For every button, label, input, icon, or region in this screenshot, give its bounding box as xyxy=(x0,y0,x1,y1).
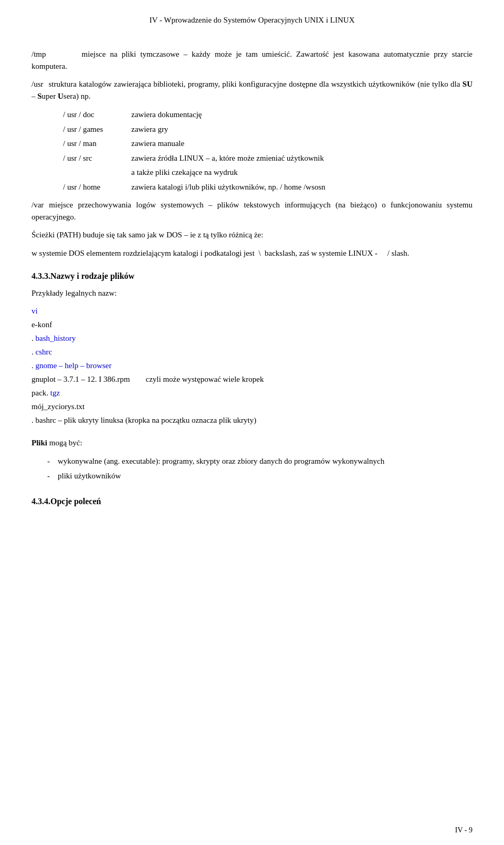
usr-src-desc: zawiera źródła LINUX – a, które może zmi… xyxy=(131,152,472,165)
example-bash-history: . bash_history xyxy=(32,332,472,345)
table-row: / usr / doc zawiera dokumentację xyxy=(63,108,472,122)
example-gnuplot: gnuplot – 3.7.1 – 12. I 386.rpm czyli mo… xyxy=(32,373,472,385)
dot-prefix-bash: . xyxy=(32,334,34,342)
pliki-heading: Pliki xyxy=(32,439,47,447)
usr-src-label: / usr / src xyxy=(63,152,131,165)
usr-games-desc: zawiera gry xyxy=(131,123,472,137)
page-number: IV - 9 xyxy=(455,826,472,834)
usr-src-sub-text: a także pliki czekające na wydruk xyxy=(131,168,238,176)
su-text: SU xyxy=(463,80,472,88)
example-vi: vi xyxy=(32,305,472,317)
section-433-title: 4.3.3.Nazwy i rodzaje plików xyxy=(32,272,134,280)
cshrc-link[interactable]: cshrc xyxy=(36,348,52,356)
table-row: / usr / src zawiera źródła LINUX – a, kt… xyxy=(63,152,472,165)
header-title: IV - Wprowadzenie do Systemów Operacyjny… xyxy=(149,16,354,24)
example-moj: mój_zyciorys.txt xyxy=(32,400,472,413)
path-paragraph-2: w systemie DOS elementem rozdzielającym … xyxy=(32,247,472,259)
section-433-heading: 4.3.3.Nazwy i rodzaje plików xyxy=(32,272,472,281)
pliki-list: wykonywalne (ang. executable): programy,… xyxy=(47,455,472,482)
gnuplot-desc: czyli może występować wiele kropek xyxy=(146,373,264,385)
pliki-item-1: wykonywalne (ang. executable): programy,… xyxy=(58,457,384,465)
usr-label: /usr xyxy=(32,80,44,88)
usr-doc-desc: zawiera dokumentację xyxy=(131,108,472,122)
tmp-paragraph: /tmp miejsce na pliki tymczasowe – każdy… xyxy=(32,48,472,72)
usr-home-label: / usr / home xyxy=(63,181,131,194)
page-header: IV - Wprowadzenie do Systemów Operacyjny… xyxy=(32,11,472,38)
table-row: / usr / home zawiera katalogi i/lub plik… xyxy=(63,181,472,194)
section-434-heading: 4.3.4.Opcje poleceń xyxy=(32,497,472,506)
gnuplot-suffix: – 3.7.1 – 12. I 386.rpm xyxy=(56,373,130,385)
tgz-link[interactable]: tgz xyxy=(50,387,60,399)
example-bashrc: . bashrc – plik ukryty linuksa (kropka n… xyxy=(32,414,472,426)
usr-man-desc: zawiera manuale xyxy=(131,137,472,151)
page-footer: IV - 9 xyxy=(455,826,472,834)
pack-prefix: pack xyxy=(32,387,46,399)
gnuplot-prefix: gnuplot xyxy=(32,373,56,385)
section-434-title: 4.3.4.Opcje poleceń xyxy=(32,497,101,506)
table-row: / usr / games zawiera gry xyxy=(63,123,472,137)
list-item: wykonywalne (ang. executable): programy,… xyxy=(47,455,472,467)
bash-history-link[interactable]: bash_history xyxy=(36,334,76,342)
list-item: pliki użytkowników xyxy=(47,470,472,482)
usera-text: U xyxy=(58,92,64,100)
usr-subdirectory-table: / usr / doc zawiera dokumentację / usr /… xyxy=(63,108,472,194)
usr-paragraph: /usrstruktura katalogów zawierająca bibl… xyxy=(32,78,472,102)
var-paragraph: /varmiejsce przechowywania logów systemo… xyxy=(32,199,472,223)
bashrc-desc: – plik ukryty linuksa (kropka na początk… xyxy=(58,416,256,424)
usr-home-desc: zawiera katalogi i/lub pliki użytkownikó… xyxy=(131,181,472,194)
super-text: S xyxy=(37,92,41,100)
pliki-item-2: pliki użytkowników xyxy=(58,472,121,480)
dot-prefix-cshrc: . xyxy=(32,348,34,356)
example-ekonf: e-konf xyxy=(32,318,472,331)
pack-dot: . xyxy=(46,387,48,399)
var-description: miejsce przechowywania logów systemowych… xyxy=(32,201,472,221)
usr-games-label: / usr / games xyxy=(63,123,131,137)
usr-description: struktura katalogów zawierająca bibliote… xyxy=(32,80,472,100)
example-cshrc: . cshrc xyxy=(32,346,472,358)
example-pack: pack. tgz xyxy=(32,387,472,399)
tmp-description: miejsce na pliki tymczasowe – każdy może… xyxy=(32,50,472,70)
pliki-intro: Pliki mogą być: xyxy=(32,437,472,449)
dot-prefix-gnome: . xyxy=(32,361,34,370)
path-paragraph-1: Ścieżki (PATH) buduje się tak samo jak w… xyxy=(32,229,472,241)
example-gnome-help-browser: . gnome – help – browser xyxy=(32,359,472,372)
dot-prefix-bashrc: . xyxy=(32,416,34,424)
usr-man-label: / usr / man xyxy=(63,137,131,151)
pliki-section: Pliki mogą być: wykonywalne (ang. execut… xyxy=(32,437,472,483)
usr-src-sub: a także pliki czekające na wydruk xyxy=(131,166,472,180)
gnuplot-spacer xyxy=(130,373,146,385)
vi-link[interactable]: vi xyxy=(32,307,38,315)
bashrc-name: bashrc xyxy=(36,416,56,424)
examples-label: Przykłady legalnych nazw: xyxy=(32,287,472,299)
usr-doc-label: / usr / doc xyxy=(63,108,131,122)
var-label: /var xyxy=(32,201,44,209)
gnome-help-browser-link[interactable]: gnome – help – browser xyxy=(36,361,112,370)
table-row: / usr / man zawiera manuale xyxy=(63,137,472,151)
tmp-label: /tmp xyxy=(32,50,46,58)
